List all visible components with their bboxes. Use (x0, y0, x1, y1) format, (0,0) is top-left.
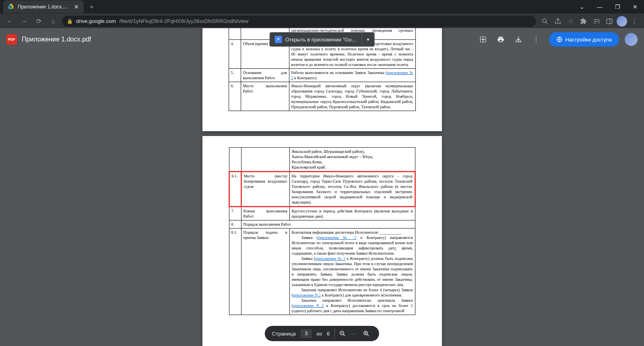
zoom-icon[interactable] (539, 16, 551, 27)
window-controls: ⌄ ― ❐ ✕ (573, 0, 644, 14)
table-cell: 7. (229, 207, 241, 220)
table-cell: Ямало-Ненецкий автономный округ (включая… (289, 82, 415, 111)
table-cell (229, 148, 241, 172)
zoom-out-button[interactable] (334, 328, 346, 339)
chevron-down-icon[interactable]: ⌄ (573, 0, 591, 14)
browser-tab[interactable]: Приложение 1.docx.pdf - Goog ✕ (3, 0, 84, 13)
forward-button[interactable]: → (19, 16, 30, 27)
close-window-button[interactable]: ✕ (626, 0, 644, 14)
table-cell: Основание для выполнения Работ: (241, 69, 289, 82)
table-cell: 6.1. (229, 172, 241, 207)
lock-icon: 🔒 (67, 19, 73, 24)
svg-rect-5 (277, 38, 280, 39)
minimize-button[interactable]: ― (591, 0, 609, 14)
reading-list-icon[interactable] (591, 16, 602, 27)
extensions-icon[interactable] (578, 16, 589, 27)
svg-rect-6 (277, 39, 280, 39)
svg-rect-7 (277, 40, 279, 40)
viewer-header: PDF Приложение 1.docx.pdf Открыть в прил… (0, 28, 644, 51)
chevron-down-icon[interactable]: ▼ (362, 33, 374, 46)
page-total: 6 (327, 331, 330, 337)
table-cell: Контактная информация диспетчера Исполни… (289, 229, 415, 315)
url-host: drive.google.com (76, 18, 116, 24)
file-name: Приложение 1.docx.pdf (22, 36, 91, 43)
page-of-label: из (317, 331, 322, 337)
link[interactable]: приложение N 2 (293, 303, 324, 308)
profile-avatar[interactable] (617, 16, 627, 27)
sidepanel-icon[interactable] (604, 16, 615, 27)
table-cell-highlighted: На территории Ямало-Ненецкого автономног… (289, 172, 415, 207)
page-label: Страница (272, 331, 296, 337)
globe-icon (556, 36, 563, 43)
tab-title: Приложение 1.docx.pdf - Goog (18, 4, 70, 10)
account-avatar[interactable] (625, 33, 638, 46)
url-field[interactable]: 🔒 drive.google.com/file/d/1yNFkqD8r4-2Fq… (62, 16, 536, 27)
table-cell: Ямальский район, Шурышкарский район), Ха… (289, 148, 415, 172)
table-cell: Место выполнения Работ: (241, 82, 289, 111)
page-controls: Страница из 6 — (265, 326, 379, 341)
add-to-drive-icon[interactable] (475, 31, 491, 47)
table-cell: Работы выполняются на основании Заявок З… (289, 69, 415, 82)
share-url-icon[interactable] (552, 16, 564, 27)
table-cell: 8.1. (229, 229, 241, 315)
svg-line-1 (546, 22, 547, 24)
browser-chrome: Приложение 1.docx.pdf - Goog ✕ ＋ ⌄ ― ❐ ✕… (0, 0, 644, 28)
maximize-button[interactable]: ❐ (609, 0, 626, 14)
home-button[interactable]: ⌂ (47, 16, 59, 27)
svg-point-0 (543, 19, 546, 23)
docs-icon (275, 36, 282, 43)
link[interactable]: приложение № 2 (318, 235, 356, 240)
table-cell: Место (места) базирования воздушных судо… (241, 172, 289, 207)
address-bar: ← → ⟳ ⌂ 🔒 drive.google.com/file/d/1yNFkq… (0, 14, 644, 28)
tab-strip: Приложение 1.docx.pdf - Goog ✕ ＋ ⌄ ― ❐ ✕ (0, 0, 644, 14)
close-icon[interactable]: ✕ (73, 4, 80, 10)
table-cell: 8. (229, 220, 241, 229)
document-table: Ямальский район, Шурышкарский район), Ха… (229, 147, 416, 315)
share-button[interactable]: Настройки доступа (549, 32, 619, 47)
table-cell: Режим выполнения Работ: (241, 207, 289, 220)
kebab-menu-icon[interactable]: ⋮ (629, 16, 640, 27)
link[interactable]: приложение № 2 (315, 256, 345, 261)
page-number-input[interactable] (301, 329, 312, 338)
back-button[interactable]: ← (4, 16, 15, 27)
table-cell: Круглосуточно в период действия Контракт… (289, 207, 415, 220)
new-tab-button[interactable]: ＋ (86, 1, 97, 12)
table-cell: 5. (229, 69, 241, 82)
table-cell (241, 148, 289, 172)
zoom-in-button[interactable] (361, 328, 372, 339)
link[interactable]: приложение N 2 (293, 293, 321, 297)
url-path: /file/d/1yNFkqD8r4-2FqHXWJyy26ssDNSRRGnd… (119, 18, 248, 24)
download-icon[interactable] (510, 31, 526, 47)
svg-rect-2 (607, 19, 612, 24)
table-cell: Порядок выполнения Работ. (241, 220, 415, 229)
table-cell: Порядок подачи и приема Заявок: (241, 229, 289, 315)
pdf-badge-icon: PDF (6, 34, 17, 45)
drive-icon (7, 3, 14, 10)
svg-line-12 (343, 334, 345, 336)
table-cell: 6. (229, 82, 241, 111)
open-with-button[interactable]: Открыть в приложении "Go… (270, 33, 362, 46)
print-icon[interactable] (493, 31, 509, 47)
pdf-page: Ямальский район, Шурышкарский район), Ха… (202, 136, 442, 346)
more-icon[interactable]: ⋮ (528, 31, 544, 47)
document-viewport[interactable]: подвеске воздушного судна специальной ме… (0, 28, 644, 346)
open-with-dropdown[interactable]: Открыть в приложении "Go… ▼ (270, 32, 375, 47)
star-icon[interactable]: ☆ (565, 16, 576, 27)
reload-button[interactable]: ⟳ (33, 16, 44, 27)
svg-line-16 (367, 334, 369, 336)
